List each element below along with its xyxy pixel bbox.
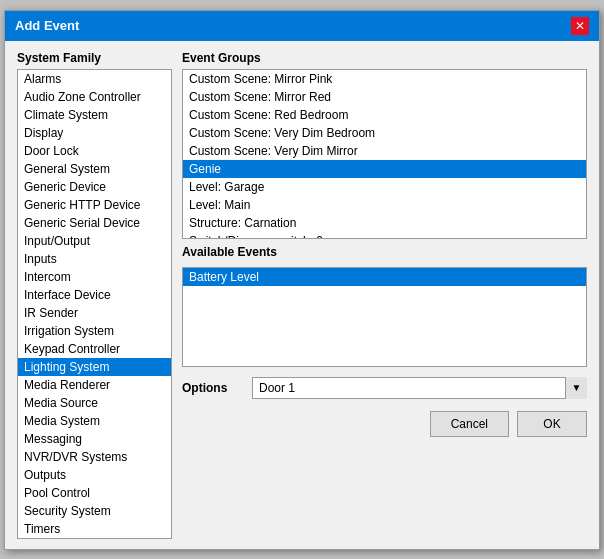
event-groups-list[interactable]: Custom Scene: Mirror PinkCustom Scene: M… bbox=[182, 69, 587, 239]
system-family-item[interactable]: Messaging bbox=[18, 430, 171, 448]
system-family-list[interactable]: AlarmsAudio Zone ControllerClimate Syste… bbox=[17, 69, 172, 539]
system-family-item[interactable]: Generic Device bbox=[18, 178, 171, 196]
system-family-item[interactable]: Media Renderer bbox=[18, 376, 171, 394]
event-groups-item[interactable]: Level: Main bbox=[183, 196, 586, 214]
event-groups-item[interactable]: Custom Scene: Very Dim Bedroom bbox=[183, 124, 586, 142]
system-family-item[interactable]: Lighting System bbox=[18, 358, 171, 376]
system-family-item[interactable]: Timers bbox=[18, 520, 171, 538]
system-family-item[interactable]: Keypad Controller bbox=[18, 340, 171, 358]
event-groups-item[interactable]: Custom Scene: Mirror Pink bbox=[183, 70, 586, 88]
event-groups-item[interactable]: Custom Scene: Mirror Red bbox=[183, 88, 586, 106]
event-groups-label: Event Groups bbox=[182, 51, 587, 65]
system-family-item[interactable]: Alarms bbox=[18, 70, 171, 88]
system-family-item[interactable]: Generic HTTP Device bbox=[18, 196, 171, 214]
available-events-label: Available Events bbox=[182, 245, 587, 259]
add-event-dialog: Add Event ✕ System Family AlarmsAudio Zo… bbox=[4, 10, 600, 550]
event-groups-item[interactable]: Custom Scene: Red Bedroom bbox=[183, 106, 586, 124]
available-events-item[interactable]: Battery Level bbox=[183, 268, 586, 286]
options-label: Options bbox=[182, 381, 242, 395]
system-family-item[interactable]: Irrigation System bbox=[18, 322, 171, 340]
left-column: System Family AlarmsAudio Zone Controlle… bbox=[17, 51, 172, 539]
system-family-item[interactable]: NVR/DVR Systems bbox=[18, 448, 171, 466]
system-family-item[interactable]: Media System bbox=[18, 412, 171, 430]
system-family-item[interactable]: Intercom bbox=[18, 268, 171, 286]
dialog-body: System Family AlarmsAudio Zone Controlle… bbox=[5, 41, 599, 549]
cancel-button[interactable]: Cancel bbox=[430, 411, 509, 437]
event-groups-item[interactable]: Switch/Dimmer: switch_0 bbox=[183, 232, 586, 239]
system-family-item[interactable]: Security System bbox=[18, 502, 171, 520]
system-family-label: System Family bbox=[17, 51, 172, 65]
system-family-item[interactable]: IR Sender bbox=[18, 304, 171, 322]
close-button[interactable]: ✕ bbox=[571, 17, 589, 35]
system-family-item[interactable]: Inputs bbox=[18, 250, 171, 268]
event-groups-item[interactable]: Genie bbox=[183, 160, 586, 178]
system-family-item[interactable]: Generic Serial Device bbox=[18, 214, 171, 232]
right-column: Event Groups Custom Scene: Mirror PinkCu… bbox=[182, 51, 587, 539]
title-bar: Add Event ✕ bbox=[5, 11, 599, 41]
system-family-item[interactable]: Display bbox=[18, 124, 171, 142]
ok-button[interactable]: OK bbox=[517, 411, 587, 437]
options-dropdown[interactable]: Door 1Door 2Door 3 bbox=[252, 377, 587, 399]
options-row: Options Door 1Door 2Door 3 ▼ bbox=[182, 377, 587, 399]
dialog-title: Add Event bbox=[15, 18, 79, 33]
system-family-item[interactable]: Input/Output bbox=[18, 232, 171, 250]
system-family-item[interactable]: Outputs bbox=[18, 466, 171, 484]
system-family-item[interactable]: Tuner bbox=[18, 538, 171, 539]
system-family-item[interactable]: Climate System bbox=[18, 106, 171, 124]
system-family-item[interactable]: Door Lock bbox=[18, 142, 171, 160]
system-family-item[interactable]: Pool Control bbox=[18, 484, 171, 502]
available-events-list[interactable]: Battery Level bbox=[182, 267, 587, 367]
system-family-item[interactable]: Audio Zone Controller bbox=[18, 88, 171, 106]
system-family-item[interactable]: General System bbox=[18, 160, 171, 178]
system-family-item[interactable]: Interface Device bbox=[18, 286, 171, 304]
event-groups-item[interactable]: Custom Scene: Very Dim Mirror bbox=[183, 142, 586, 160]
event-groups-item[interactable]: Level: Garage bbox=[183, 178, 586, 196]
event-groups-item[interactable]: Structure: Carnation bbox=[183, 214, 586, 232]
button-row: Cancel OK bbox=[182, 411, 587, 437]
system-family-item[interactable]: Media Source bbox=[18, 394, 171, 412]
options-dropdown-wrapper: Door 1Door 2Door 3 ▼ bbox=[252, 377, 587, 399]
main-columns: System Family AlarmsAudio Zone Controlle… bbox=[17, 51, 587, 539]
